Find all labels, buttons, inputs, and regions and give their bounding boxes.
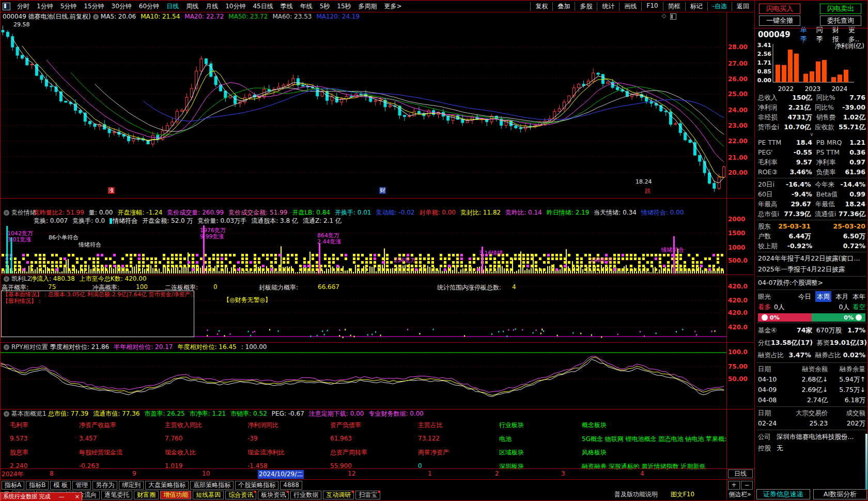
fund-field: 注意定期下载: 0.00 — [309, 410, 364, 417]
divider — [726, 12, 727, 500]
order-query-button[interactable]: 委托查询 — [820, 16, 861, 26]
sentiment-tab[interactable]: 本周 — [815, 291, 831, 302]
period-menu-item[interactable]: 5分钟 — [57, 2, 81, 11]
period-menu-item[interactable]: 年线 — [297, 2, 316, 11]
divider — [1, 468, 754, 469]
margin-row: 04-092.69亿↓5.75万↓ — [755, 385, 868, 395]
period-menu-item[interactable]: 周线 — [182, 2, 202, 11]
candlestick-chart[interactable] — [1, 21, 726, 198]
indicator-tab[interactable]: 绑定到 — [119, 481, 144, 490]
kelly-header-fields: 净流入: 480.38上市至今总K数: 420.00 — [30, 275, 151, 282]
collapse-icon[interactable]: ∨ — [4, 276, 9, 282]
period-menu-item[interactable]: 15分钟 — [80, 2, 107, 11]
tools-menu-item[interactable]: F10 — [641, 2, 662, 11]
function-tab[interactable]: 综合资讯 — [225, 491, 256, 499]
function-tab[interactable]: 逐笔委托 — [101, 491, 132, 499]
auction-field: 开盘LB: 0.84 — [292, 209, 330, 216]
divider — [757, 276, 866, 277]
function-tab[interactable]: 扫雷宝 — [355, 491, 380, 499]
xtick-label: 2022 — [772, 85, 799, 93]
indicator-tab[interactable]: 管理 — [72, 481, 91, 490]
period-menu-item[interactable]: 1分钟 — [33, 2, 57, 11]
f10-link[interactable]: 图文F10 — [667, 491, 698, 498]
collapse-icon[interactable]: ∨ — [93, 14, 99, 20]
expand-icon[interactable]: ∨ — [755, 132, 868, 138]
sentiment-tab[interactable]: 本年 — [853, 291, 865, 302]
period-menu-item[interactable]: 10分钟 — [222, 2, 249, 11]
period-menu-item[interactable]: 季线 — [277, 2, 297, 11]
diamond-icon[interactable]: ◇ — [662, 12, 666, 19]
fundamental-summary-line1: 【基本面情况】：总股本:3.05亿 利润总额:2.9亿|7.64亿 货币资金/净… — [2, 291, 194, 298]
flash-sell-button[interactable]: 闪电卖出 — [820, 4, 861, 14]
minimize-icon[interactable]: — — [57, 493, 67, 500]
panel-layout-icon[interactable] — [670, 13, 676, 20]
profit-bar-chart: 3.412.561.710.850.00 净利润(亿) 202220232024 — [755, 41, 868, 93]
panel-label: 竞价情绪 — [11, 209, 36, 216]
axis-tick-label: 22.00 — [728, 138, 748, 145]
flash-buy-button[interactable]: 闪电买入 — [759, 4, 800, 14]
auction-marker-label: 86小单符合 — [48, 234, 79, 241]
tools-menu-item[interactable]: 复权 — [530, 2, 552, 11]
collapse-icon[interactable]: ∨ — [4, 210, 9, 216]
period-menu-item[interactable]: 多周期 — [355, 2, 381, 11]
window-icon[interactable] — [3, 3, 10, 10]
period-menu-item[interactable]: 更多> — [381, 2, 406, 11]
tools-menu-item[interactable]: 叠加 — [552, 2, 575, 11]
fund-field: 流通市值: 77.36 — [93, 410, 140, 417]
bottom-button[interactable]: AI数据分析 — [813, 489, 867, 499]
tools-menu-item[interactable]: 画线 — [619, 2, 641, 11]
indicator-tab[interactable]: 大盘策略指标 — [145, 481, 189, 490]
margin-row: 04-102.68亿↓5.94万↑ — [755, 374, 868, 385]
event-line[interactable]: 04-07跌停:个股调整> — [755, 278, 868, 289]
divider — [757, 252, 866, 252]
indicator-tab[interactable]: 模 板 — [50, 481, 71, 490]
sentiment-tab[interactable]: 今日 — [798, 291, 811, 302]
period-menu-item[interactable]: 月线 — [202, 2, 222, 11]
ytick-label: 2.56 — [757, 51, 771, 57]
period-menu-item[interactable]: 15秒 — [333, 2, 354, 11]
period-menu-item[interactable]: 5秒 — [316, 2, 334, 11]
function-tab[interactable]: 增值功能 — [160, 491, 191, 499]
axis-tick-label: 20.00 — [728, 169, 748, 176]
chart-title-row: 000049 德赛电池(日线.前复权) ∨ MA5: 20.06MA10: 21… — [1, 12, 726, 21]
close-icon[interactable]: × — [73, 493, 82, 500]
tools-menu-item[interactable]: 标记 — [685, 2, 707, 11]
help-link[interactable]: 普及版功能说明 — [610, 491, 662, 498]
function-tab[interactable]: 互动调研 — [323, 491, 354, 499]
tools-menu-item[interactable]: 简框 — [663, 2, 685, 11]
indicator-tab[interactable]: 底部策略指标 — [190, 481, 234, 490]
rpy-field: : 100.00 — [241, 343, 267, 351]
fund-row1-values: 9.5733.4577.760-3961.96373.122电池5G概念 物联网… — [1, 435, 726, 442]
indicator-tab[interactable]: 个股策略指标 — [235, 481, 278, 490]
bottom-button[interactable]: 证券信息速递 — [756, 489, 810, 499]
indicator-tab[interactable]: 指标B — [26, 481, 49, 490]
axis-tick-label: 420.0 — [728, 309, 748, 316]
collapse-icon[interactable]: ∨ — [4, 411, 9, 417]
indicator-tab[interactable]: 指标A — [2, 481, 24, 490]
indicator-tab[interactable]: 4888 — [280, 481, 302, 490]
news-line[interactable]: 2024年年报于4月22日披露(窗口... — [755, 253, 868, 264]
cancel-all-button[interactable]: 一键全撤 — [759, 16, 800, 26]
period-menu-item[interactable]: 日线 — [163, 2, 182, 11]
indicator-tab[interactable]: 另存为 — [92, 481, 117, 490]
period-menu-item[interactable]: 60分钟 — [135, 2, 163, 11]
period-menu-item[interactable]: 分时 — [13, 2, 33, 11]
ma-legend: MA5: 20.06MA10: 21.54MA20: 22.72MA50: 23… — [101, 13, 364, 20]
auction-field: 竞昨比: 0.14 — [505, 209, 542, 216]
sentiment-tab[interactable]: 本月 — [835, 291, 848, 302]
tools-menu-item[interactable]: 多股 — [575, 2, 597, 11]
bear-count: 0人 — [839, 302, 849, 312]
scrollbar[interactable] — [865, 434, 868, 490]
period-menu-item[interactable]: 30分钟 — [108, 2, 135, 11]
function-tab[interactable]: 短线基因 — [193, 491, 224, 499]
kelly-field: 净流入: 480.38 — [30, 275, 75, 282]
period-menu-item[interactable]: 45日线 — [249, 2, 276, 11]
function-tab[interactable]: 板块资讯 — [258, 491, 289, 499]
function-tab[interactable]: 行业数据 — [290, 491, 321, 499]
collapse-icon[interactable]: ∨ — [4, 344, 9, 350]
function-tab[interactable]: 财富圈 — [134, 491, 159, 499]
stat-row: 分红13.58亿(17)募资19.01亿(3) — [755, 337, 868, 349]
thumb-up-icon — [762, 314, 768, 321]
news-line[interactable]: 2025年一季报于4月22日披露 — [755, 264, 868, 275]
tools-menu-item[interactable]: 统计 — [597, 2, 619, 11]
